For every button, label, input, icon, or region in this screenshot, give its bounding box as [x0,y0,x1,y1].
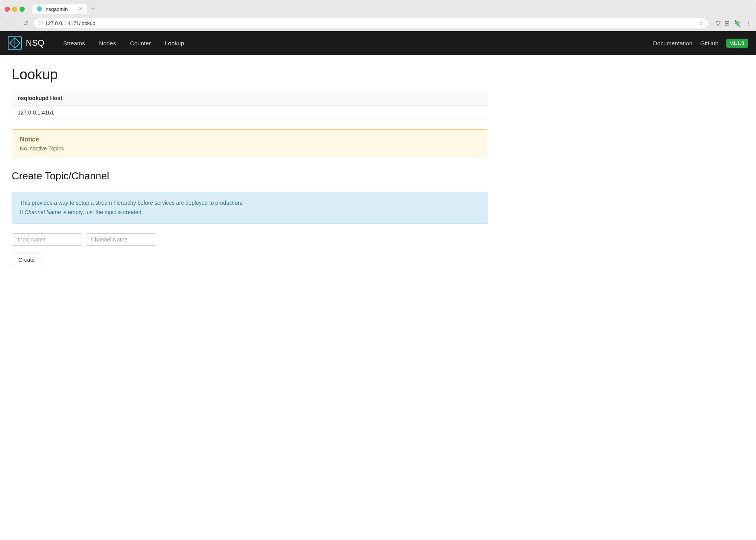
notice-title: Notice [20,136,480,143]
tab-title: nsqadmin [46,6,68,12]
nav-nodes[interactable]: Nodes [92,31,123,55]
table-row: 127.0.0.1:4161 [12,105,488,120]
lookup-host-header: nsqlookupd Host [12,91,488,105]
info-box: This provides a way to setup a stream hi… [12,192,488,224]
tab-close-button[interactable]: ✕ [78,6,82,12]
topic-name-input[interactable] [12,233,82,246]
navbar-brand[interactable]: NSQ [8,36,45,50]
notice-box: Notice No inactive Topics [12,129,488,158]
address-bar-row: ‹ › ↺ ⓘ 127.0.0.1:4171/lookup ☆ ▽ ⊞ 🦎 ⋮ [0,16,756,31]
url-text: 127.0.0.1:4171/lookup [45,20,696,26]
main-content: Lookup nsqlookupd Host 127.0.0.1:4161 No… [0,55,500,278]
navbar-links: Streams Nodes Counter Lookup [56,31,653,55]
browser-chrome: nsqadmin ✕ + ‹ › ↺ ⓘ 127.0.0.1:4171/look… [0,0,756,31]
version-badge: v1.1.0 [726,39,748,48]
channel-name-link: Channel Name [25,209,61,215]
back-button[interactable]: ‹ [5,19,10,27]
create-button[interactable]: Create [12,254,41,266]
create-form [12,233,488,246]
minimize-button[interactable] [12,7,17,12]
tab-favicon [36,6,43,12]
nav-github[interactable]: GitHub [700,40,719,46]
lookup-host-value: 127.0.0.1:4161 [12,105,488,120]
nav-counter[interactable]: Counter [123,31,158,55]
bookmark-icon[interactable]: ☆ [699,20,704,26]
profile-icon[interactable]: 🦎 [733,20,741,27]
create-section-title: Create Topic/Channel [12,170,488,186]
notice-text: No inactive Topics [20,145,480,152]
nav-lookup[interactable]: Lookup [158,31,191,55]
address-bar[interactable]: ⓘ 127.0.0.1:4171/lookup ☆ [33,18,710,28]
browser-titlebar: nsqadmin ✕ + [0,0,756,16]
grid-icon[interactable]: ⊞ [724,20,729,27]
channel-name-input[interactable] [86,233,156,246]
menu-icon[interactable]: ⋮ [745,20,751,27]
close-button[interactable] [5,7,10,12]
traffic-lights [5,7,25,12]
nav-streams[interactable]: Streams [56,31,92,55]
active-tab[interactable]: nsqadmin ✕ [32,4,87,14]
navbar: NSQ Streams Nodes Counter Lookup Documen… [0,31,756,55]
reload-button[interactable]: ↺ [21,19,30,28]
page-title: Lookup [12,66,488,83]
navbar-right: Documentation GitHub v1.1.0 [653,39,748,48]
lookup-table: nsqlookupd Host 127.0.0.1:4161 [12,91,488,120]
brand-name: NSQ [26,38,45,48]
browser-actions: ▽ ⊞ 🦎 ⋮ [716,20,751,27]
info-text-line1: This provides a way to setup a stream hi… [20,198,480,208]
maximize-button[interactable] [20,7,25,12]
nsq-logo [8,36,22,50]
extensions-icon[interactable]: ▽ [716,20,720,27]
forward-button[interactable]: › [13,19,18,27]
page-wrapper: NSQ Streams Nodes Counter Lookup Documen… [0,31,756,540]
info-text-line2: If Channel Name is empty, just the topic… [20,208,480,217]
security-icon: ⓘ [39,20,43,26]
new-tab-button[interactable]: + [89,4,98,14]
tab-bar: nsqadmin ✕ + [32,4,751,14]
nav-documentation[interactable]: Documentation [653,40,692,46]
